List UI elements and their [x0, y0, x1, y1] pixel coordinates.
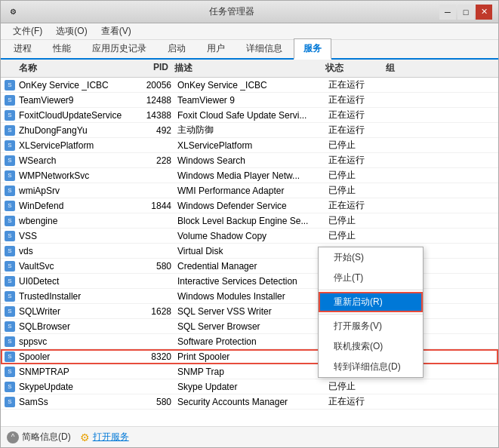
row-icon: S — [4, 109, 16, 121]
table-row[interactable]: S OnKey Service _ICBC 20056 OnKey Servic… — [1, 78, 498, 93]
header-group[interactable]: 组 — [386, 62, 431, 75]
context-menu-item[interactable]: 转到详细信息(D) — [319, 357, 423, 377]
header-pid[interactable]: PID — [129, 62, 174, 75]
cell-desc: OnKey Service _ICBC — [177, 80, 328, 91]
cell-desc: Software Protection — [177, 336, 328, 347]
context-menu-item[interactable]: 联机搜索(O) — [319, 336, 423, 357]
cell-desc: Block Level Backup Engine Se... — [177, 216, 328, 226]
cell-pid: 580 — [132, 397, 177, 407]
service-icon: S — [5, 186, 15, 196]
tab-startup[interactable]: 启动 — [158, 38, 196, 58]
open-service-button[interactable]: ⚙ 打开服务 — [80, 431, 129, 443]
table-row[interactable]: S WMPNetworkSvc Windows Media Player Net… — [1, 168, 498, 183]
maximize-button[interactable]: □ — [457, 5, 474, 20]
table-row[interactable]: S wbengine Block Level Backup Engine Se.… — [1, 213, 498, 229]
table-row[interactable]: S TrustedInstaller Windows Modules Insta… — [1, 289, 498, 304]
table-row[interactable]: S sppsvc Software Protection — [1, 334, 498, 349]
cell-name: OnKey Service _ICBC — [19, 80, 132, 91]
table-row[interactable]: S wmiApSrv WMI Performance Adapter 已停止 — [1, 183, 498, 198]
row-icon: S — [4, 124, 16, 137]
row-icon: S — [4, 215, 16, 227]
service-icon: S — [5, 201, 15, 211]
tab-app-history[interactable]: 应用历史记录 — [82, 38, 156, 58]
service-icon: S — [5, 140, 15, 151]
table-row[interactable]: S SQLWriter 1628 SQL Server VSS Writer — [1, 304, 498, 319]
table-row[interactable]: S SQLBrowser SQL Server Browser — [1, 319, 498, 334]
row-icon: S — [4, 140, 16, 152]
tab-process[interactable]: 进程 — [4, 38, 42, 58]
cell-name: ZhuDongFangYu — [19, 125, 132, 136]
table-row[interactable]: S WSearch 228 Windows Search 正在运行 — [1, 153, 498, 168]
close-button[interactable]: ✕ — [476, 5, 492, 20]
header-desc[interactable]: 描述 — [174, 62, 325, 75]
menu-view[interactable]: 查看(V) — [95, 23, 137, 39]
tab-bar: 进程 性能 应用历史记录 启动 用户 详细信息 服务 — [1, 40, 498, 60]
summary-label: 简略信息(D) — [22, 431, 71, 443]
title-bar: ⚙ 任务管理器 ─ □ ✕ — [1, 1, 498, 23]
menu-bar: 文件(F) 选项(O) 查看(V) — [1, 23, 498, 40]
service-icon: S — [5, 336, 15, 347]
row-icon: S — [4, 155, 16, 167]
table-row[interactable]: S TeamViewer9 12488 TeamViewer 9 正在运行 — [1, 93, 498, 108]
cell-desc: TeamViewer 9 — [177, 95, 328, 106]
table-row[interactable]: S SkypeUpdate Skype Updater 已停止 — [1, 379, 498, 394]
table-row[interactable]: S ZhuDongFangYu 492 主动防御 正在运行 — [1, 123, 498, 138]
cell-name: Spooler — [19, 351, 132, 362]
table-row[interactable]: S VSS Volume Shadow Copy 已停止 — [1, 229, 498, 244]
table-row[interactable]: S UI0Detect Interactive Services Detecti… — [1, 274, 498, 289]
service-icon: S — [5, 382, 15, 392]
cell-name: SQLBrowser — [19, 321, 132, 332]
cell-desc: WMI Performance Adapter — [177, 186, 328, 196]
service-icon: S — [5, 170, 15, 181]
cell-desc: Credential Manager — [177, 261, 328, 272]
header-status[interactable]: 状态 — [325, 62, 386, 75]
table-row[interactable]: S WinDefend 1844 Windows Defender Servic… — [1, 198, 498, 213]
table-header: 名称 PID 描述 状态 组 — [1, 60, 498, 78]
context-menu-item[interactable]: 打开服务(V) — [319, 316, 423, 336]
cell-status: 正在运行 — [328, 124, 389, 137]
window-controls: ─ □ ✕ — [439, 5, 492, 20]
cell-status: 正在运行 — [328, 94, 389, 106]
table-row[interactable]: S SNMPTRAP SNMP Trap 已停止 — [1, 364, 498, 379]
tab-users[interactable]: 用户 — [197, 38, 235, 58]
cell-desc: Foxit Cloud Safe Update Servi... — [177, 110, 328, 121]
service-icon: S — [5, 291, 15, 302]
tab-services[interactable]: 服务 — [294, 38, 331, 60]
cell-desc: Print Spooler — [177, 351, 328, 362]
cell-name: vds — [19, 246, 132, 256]
summary-info-button[interactable]: ^ 简略信息(D) — [7, 431, 71, 443]
minimize-button[interactable]: ─ — [439, 5, 456, 20]
cell-desc: Virtual Disk — [177, 246, 328, 256]
table-row[interactable]: S SamSs 580 Security Accounts Manager 正在… — [1, 394, 498, 410]
menu-options[interactable]: 选项(O) — [50, 23, 93, 39]
cell-desc: Interactive Services Detection — [177, 276, 328, 287]
header-name[interactable]: 名称 — [1, 62, 129, 75]
cell-name: XLServicePlatform — [19, 140, 132, 151]
table-row[interactable]: S FoxitCloudUpdateService 14388 Foxit Cl… — [1, 108, 498, 123]
cell-desc: Skype Updater — [177, 382, 328, 392]
cell-name: SamSs — [19, 397, 132, 407]
row-icon: S — [4, 245, 16, 257]
cell-name: wmiApSrv — [19, 186, 132, 196]
cell-name: TrustedInstaller — [19, 291, 132, 302]
cell-desc: Volume Shadow Copy — [177, 231, 328, 241]
service-icon: S — [5, 80, 15, 91]
cell-name: SNMPTRAP — [19, 367, 132, 377]
menu-file[interactable]: 文件(F) — [7, 23, 48, 39]
cell-name: VSS — [19, 231, 132, 241]
cell-desc: Windows Defender Service — [177, 201, 328, 211]
table-row[interactable]: S vds Virtual Disk — [1, 244, 498, 259]
cell-name: SkypeUpdate — [19, 382, 132, 392]
table-row[interactable]: S VaultSvc 580 Credential Manager — [1, 259, 498, 274]
window-title: 任务管理器 — [23, 5, 439, 18]
row-icon: S — [4, 230, 16, 242]
context-menu-item[interactable]: 开始(S) — [319, 247, 423, 268]
table-row[interactable]: S Spooler 8320 Print Spooler 正在运行 — [1, 349, 498, 364]
table-row[interactable]: S XLServicePlatform XLServicePlatform 已停… — [1, 138, 498, 153]
context-menu-item[interactable]: 重新启动(R) — [319, 292, 423, 312]
service-icon: S — [5, 231, 15, 241]
service-icon: S — [5, 110, 15, 121]
tab-details[interactable]: 详细信息 — [236, 38, 292, 58]
tab-performance[interactable]: 性能 — [43, 38, 81, 58]
context-menu-item[interactable]: 停止(T) — [319, 268, 423, 288]
